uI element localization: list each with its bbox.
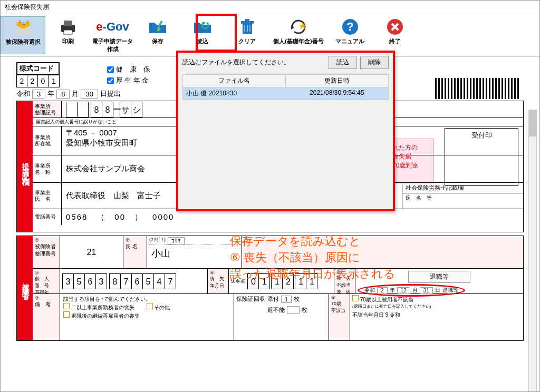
insured-band: 被保険者１ <box>17 236 33 340</box>
folder-load-icon <box>181 17 224 36</box>
toolbar-save[interactable]: 保存 <box>135 16 180 54</box>
owner-label: 事業主 氏 名 <box>33 183 62 209</box>
chk70[interactable] <box>352 295 359 301</box>
refresh-star-icon <box>271 17 326 36</box>
ins-c7-label: ⑦備 考 <box>33 294 60 340</box>
annotation-text: 保存データを読み込むと ⑥ 喪失（不該当）原因に 誤った退職年月日が表示される <box>230 233 396 282</box>
chk2[interactable] <box>63 311 70 318</box>
scrollbar[interactable] <box>528 110 537 392</box>
svg-text:1: 1 <box>23 21 25 26</box>
popup-msg: 読込むファイルを選択してください。 <box>182 58 325 67</box>
ins-c1-val: 21 <box>60 236 123 268</box>
chk1[interactable] <box>63 303 70 309</box>
date-year[interactable]: 3 <box>32 90 45 99</box>
sr-label: 社会保険労務士記載欄 <box>402 183 523 193</box>
tel: 0568 （ 00 ） 0000 <box>62 209 523 225</box>
toolbar-mynumber[interactable]: 個人(基礎年金)番号 <box>269 16 327 54</box>
ins-name: 小山 <box>149 245 239 262</box>
popup-col-date: 更新日時 <box>286 75 388 87</box>
date-month[interactable]: 8 <box>56 90 70 99</box>
tenpu-val[interactable]: 1 <box>281 296 292 303</box>
furigana[interactable]: ｺﾔﾏ <box>168 237 185 244</box>
style-code: 2201 <box>16 75 60 87</box>
check-kenpo[interactable] <box>107 66 114 73</box>
office-num: 88ーサシ <box>66 102 142 117</box>
svg-text:3: 3 <box>26 20 28 24</box>
ins-c5-label: ⑤喪 失 年月日 <box>208 269 229 293</box>
check-kosei[interactable] <box>107 77 114 84</box>
close-icon <box>373 17 416 36</box>
retire-d[interactable]: 31 <box>420 287 433 294</box>
toolbar-select-insured[interactable]: 213 被保険者選択 <box>1 16 45 54</box>
svg-rect-9 <box>64 30 72 34</box>
folder-save-icon <box>136 17 179 36</box>
egov-icon: e-Gov <box>91 17 134 36</box>
ins-c2-label: ②氏 名 <box>123 236 147 268</box>
trash-icon <box>226 17 268 36</box>
ins-mynumber: 3563876547 <box>62 273 176 289</box>
retire-select[interactable]: 退職等 <box>408 271 470 283</box>
sr-name-label: 氏 名 等 <box>402 193 523 203</box>
ins-c8-label: ⑧70歳 不該当 <box>329 294 350 340</box>
address: 愛知県小牧市安田町 <box>66 138 137 148</box>
help-icon: ? <box>329 17 371 36</box>
load-file-popup: 読込むファイルを選択してください。 読込 削除 ファイル名 更新日時 小山 優 … <box>176 51 395 211</box>
svg-rect-15 <box>245 19 249 21</box>
popup-delete-button[interactable]: 削除 <box>360 56 389 69</box>
addr-label: 事業所 所在地 <box>33 126 62 155</box>
window-title: 社会保険喪失届 <box>1 1 539 14</box>
svg-text:?: ? <box>346 20 353 33</box>
tel-label: 電話番号 <box>33 209 62 225</box>
retire-y[interactable]: 2 <box>377 287 388 294</box>
retire-m[interactable]: 12 <box>397 287 410 294</box>
toolbar-load[interactable]: 読込 <box>180 16 225 54</box>
people-icon: 213 <box>2 18 44 37</box>
svg-rect-3 <box>15 28 31 35</box>
popup-read-button[interactable]: 読込 <box>329 56 357 69</box>
toolbar-clear[interactable]: クリア <box>225 16 269 54</box>
office-num-label: 事業所 整理記号 <box>33 101 62 117</box>
hen-val[interactable] <box>287 306 300 314</box>
date-day[interactable]: 30 <box>81 90 98 99</box>
popup-row-0[interactable]: 小山 優 20210830 2021/08/30 9:54:45 <box>183 87 388 100</box>
toolbar-exit[interactable]: 終了 <box>372 16 417 54</box>
popup-col-filename: ファイル名 <box>183 75 286 87</box>
ins-c4-label: ④個 人 番 号基礎年 金番号 <box>33 269 60 293</box>
section1-band: 提出者記入欄 <box>17 101 33 232</box>
chk3[interactable] <box>147 303 153 309</box>
ins-c1-label: ①被保険者 整理番号 <box>33 236 60 268</box>
toolbar-manual[interactable]: ? マニュアル <box>327 16 372 54</box>
printer-icon <box>46 17 89 36</box>
toolbar-egov[interactable]: e-Gov 電子申請データ作成 <box>90 16 135 54</box>
svg-rect-8 <box>64 21 72 26</box>
postal: 〒405 － 0007 <box>66 128 117 138</box>
company-label: 事業所 名 称 <box>33 155 62 182</box>
svg-rect-14 <box>241 21 254 24</box>
toolbar-print[interactable]: 印刷 <box>45 16 90 54</box>
svg-text:2: 2 <box>19 20 21 24</box>
style-code-label: 様式コード <box>16 62 60 75</box>
